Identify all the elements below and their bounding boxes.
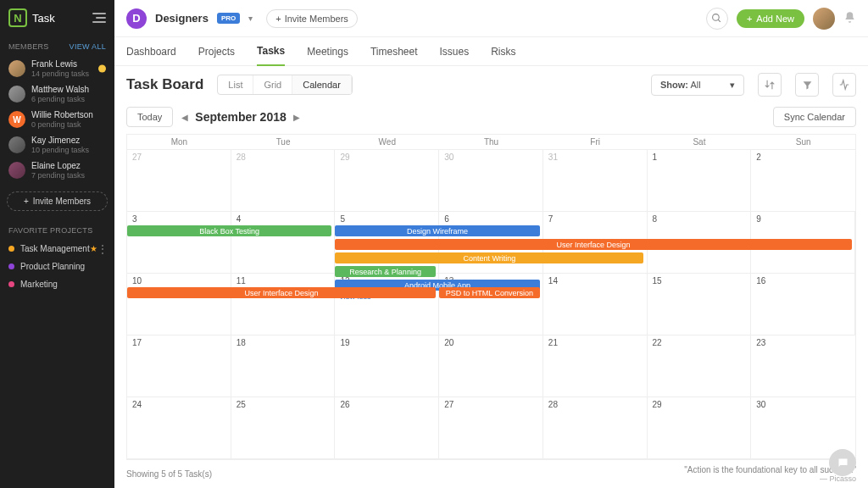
- calendar-cell[interactable]: 14: [543, 274, 648, 335]
- logo-text: Task: [32, 12, 55, 25]
- favorite-project-item[interactable]: Marketing: [0, 275, 114, 293]
- calendar-event[interactable]: Research & Planning: [335, 266, 435, 277]
- tab-timesheet[interactable]: Timesheet: [370, 38, 418, 65]
- view-list[interactable]: List: [218, 75, 253, 94]
- calendar-cell[interactable]: 18: [231, 336, 336, 396]
- user-avatar[interactable]: [813, 8, 835, 30]
- favorite-project-item[interactable]: Task Management ★⋮: [0, 240, 114, 258]
- sort-icon[interactable]: [758, 73, 782, 97]
- add-new-button[interactable]: + Add New: [737, 9, 804, 28]
- calendar-cell[interactable]: 11: [231, 274, 336, 335]
- calendar-event[interactable]: Black Box Testing: [127, 225, 331, 236]
- members-heading: MEMBERS: [8, 42, 49, 51]
- calendar-cell[interactable]: 28: [543, 397, 648, 458]
- calendar-cell[interactable]: 22: [648, 336, 752, 396]
- favorites-heading: FAVORITE PROJECTS: [8, 226, 92, 235]
- calendar-cell[interactable]: 29: [335, 150, 439, 211]
- activity-icon[interactable]: [832, 73, 856, 97]
- calendar-cell[interactable]: 1: [648, 150, 752, 211]
- workspace-avatar[interactable]: D: [126, 8, 147, 29]
- tab-tasks[interactable]: Tasks: [257, 37, 285, 66]
- calendar-cell[interactable]: 27: [127, 150, 231, 211]
- calendar-cell[interactable]: 30: [439, 150, 543, 211]
- star-icon[interactable]: ★: [90, 244, 97, 253]
- member-item[interactable]: W Willie Robertson 0 pending task: [0, 107, 114, 132]
- quote-author: — Picasso: [684, 474, 856, 483]
- project-color-dot: [8, 263, 14, 269]
- next-month-icon[interactable]: ▶: [293, 113, 300, 122]
- tab-dashboard[interactable]: Dashboard: [126, 38, 176, 65]
- workspace-dropdown-icon[interactable]: ▾: [248, 14, 253, 23]
- member-item[interactable]: Matthew Walsh 6 pending tasks: [0, 81, 114, 107]
- calendar-event[interactable]: Content Writing: [335, 252, 643, 263]
- tab-issues[interactable]: Issues: [440, 38, 470, 65]
- view-calendar[interactable]: Calendar: [292, 75, 352, 94]
- calendar-cell[interactable]: 23: [751, 336, 855, 396]
- calendar-event[interactable]: PSD to HTML Conversion: [439, 287, 539, 298]
- calendar-cell[interactable]: 19: [335, 336, 439, 396]
- weekday-label: Thu: [439, 135, 543, 149]
- avatar: [8, 162, 25, 179]
- member-name: Elaine Lopez: [31, 161, 85, 171]
- calendar-cell[interactable]: 17: [127, 336, 231, 396]
- calendar-cell[interactable]: 21: [543, 336, 648, 396]
- workspace-name[interactable]: Designers: [155, 12, 209, 25]
- calendar-event[interactable]: User Interface Design: [335, 239, 851, 250]
- member-tasks: 7 pending tasks: [31, 171, 85, 180]
- calendar-event[interactable]: Design Wireframe: [335, 225, 539, 236]
- calendar-cell[interactable]: 3: [127, 212, 231, 273]
- member-tasks: 6 pending tasks: [31, 95, 89, 103]
- calendar-cell[interactable]: 20: [439, 336, 543, 396]
- search-icon[interactable]: [706, 8, 728, 30]
- view-grid[interactable]: Grid: [253, 75, 292, 94]
- page-title: Task Board: [126, 76, 203, 93]
- member-tasks: 0 pending task: [31, 120, 93, 129]
- calendar-cell[interactable]: 4: [231, 212, 336, 273]
- filter-icon[interactable]: [795, 73, 819, 97]
- calendar-cell[interactable]: 28: [231, 150, 336, 211]
- member-tasks: 14 pending tasks: [31, 69, 89, 78]
- weekday-label: Tue: [231, 135, 336, 149]
- calendar-cell[interactable]: 31: [543, 150, 648, 211]
- weekday-label: Sun: [751, 135, 855, 149]
- svg-line-1: [719, 19, 721, 22]
- notifications-icon[interactable]: [843, 11, 856, 26]
- weekday-label: Mon: [127, 135, 231, 149]
- view-all-members-link[interactable]: View All: [70, 42, 106, 51]
- calendar-cell[interactable]: 27: [439, 397, 543, 458]
- app-logo[interactable]: N Task: [8, 8, 55, 27]
- calendar-cell[interactable]: 15: [648, 274, 752, 335]
- avatar: W: [8, 111, 25, 128]
- invite-members-top-button[interactable]: + Invite Members: [266, 9, 358, 28]
- calendar-cell[interactable]: 29: [648, 397, 752, 458]
- chevron-down-icon: ▾: [730, 80, 735, 91]
- tab-projects[interactable]: Projects: [198, 38, 235, 65]
- avatar: [8, 136, 25, 153]
- tab-risks[interactable]: Risks: [491, 38, 515, 65]
- calendar-cell[interactable]: 24: [127, 397, 231, 458]
- member-item[interactable]: Elaine Lopez 7 pending tasks: [0, 158, 114, 183]
- calendar-event[interactable]: User Interface Design: [127, 287, 436, 298]
- prev-month-icon[interactable]: ◀: [181, 113, 188, 122]
- member-name: Willie Robertson: [31, 110, 93, 120]
- more-icon[interactable]: ⋮: [97, 244, 108, 254]
- favorite-project-item[interactable]: Product Planning: [0, 258, 114, 275]
- chat-icon[interactable]: [829, 449, 856, 476]
- calendar-cell[interactable]: 25: [231, 397, 336, 458]
- calendar-cell[interactable]: 10: [127, 274, 231, 335]
- collapse-sidebar-icon[interactable]: [92, 13, 106, 23]
- member-item[interactable]: Frank Lewis 14 pending tasks: [0, 56, 114, 81]
- member-item[interactable]: Kay Jimenez 10 pending tasks: [0, 132, 114, 158]
- svg-point-0: [713, 14, 720, 21]
- invite-members-button[interactable]: + Invite Members: [7, 191, 108, 211]
- today-button[interactable]: Today: [126, 107, 173, 127]
- project-color-dot: [8, 246, 14, 252]
- tab-meetings[interactable]: Meetings: [307, 38, 348, 65]
- member-name: Matthew Walsh: [31, 85, 89, 95]
- calendar-cell[interactable]: 26: [335, 397, 439, 458]
- calendar-cell[interactable]: 2: [751, 150, 855, 211]
- sync-calendar-button[interactable]: Sync Calendar: [773, 107, 856, 127]
- show-filter-dropdown[interactable]: Show: All ▾: [651, 75, 744, 96]
- calendar-cell[interactable]: 16: [751, 274, 855, 335]
- member-tasks: 10 pending tasks: [31, 146, 89, 154]
